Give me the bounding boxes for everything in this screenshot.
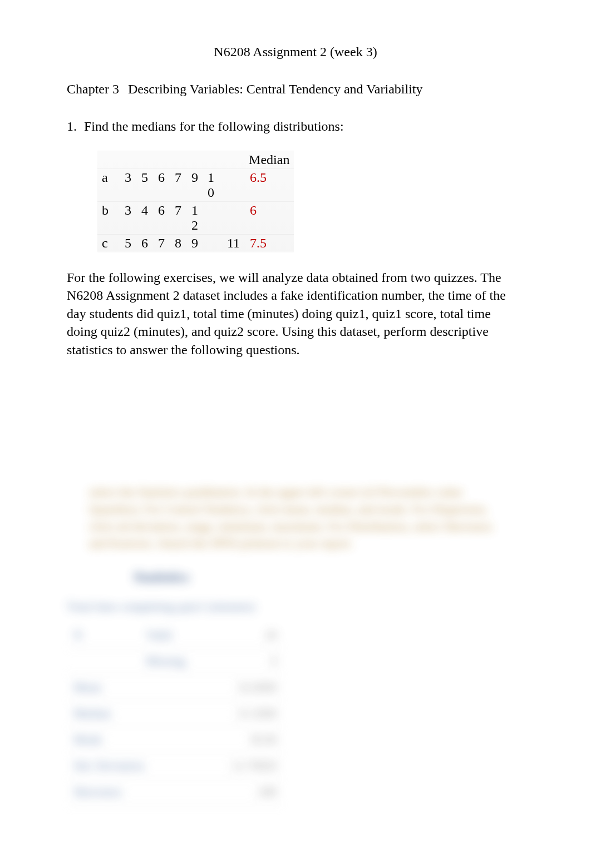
table-row: Mean 32.6000 [67, 674, 284, 701]
table-row: N Valid 20 [67, 622, 284, 648]
median-value: 7.5 [244, 235, 294, 252]
table-cell: 10 [203, 169, 223, 202]
table-cell: 5 [120, 235, 136, 252]
stat-label: Skewness [67, 779, 200, 805]
chapter-label: Chapter 3 [67, 82, 119, 97]
table-cell: 3 [120, 169, 136, 202]
table-cell: 9 [186, 235, 203, 252]
table-cell: 3 [120, 202, 136, 235]
table-cell: 6 [153, 202, 170, 235]
table-cell [203, 235, 223, 252]
median-table: Median a 3 5 6 7 9 10 6.5 b 3 4 6 7 12 6… [97, 151, 294, 252]
table-cell: 12 [186, 202, 203, 235]
stat-value: 12.70820 [200, 753, 284, 779]
table-cell [223, 169, 244, 202]
table-row: Std. Deviation 12.70820 [67, 753, 284, 779]
stat-sublabel: Valid [139, 622, 200, 648]
table-cell [203, 202, 223, 235]
stat-value: 31.5000 [200, 701, 284, 727]
stat-value: .580 [200, 779, 284, 805]
median-value: 6.5 [244, 169, 294, 202]
stat-label: N [67, 622, 139, 648]
row-label: a [97, 169, 120, 202]
table-cell: 8 [170, 235, 186, 252]
median-value: 6 [244, 202, 294, 235]
stat-value: 30.00 [200, 727, 284, 753]
table-row: a 3 5 6 7 9 10 6.5 [97, 169, 294, 202]
row-label: b [97, 202, 120, 235]
stat-label: Mean [67, 674, 200, 701]
table-row: Missing 0 [67, 648, 284, 674]
row-label: c [97, 235, 120, 252]
statistics-subtitle: Total time completing quiz1 (minutes) [67, 599, 524, 614]
table-header-row: Median [97, 151, 294, 169]
question-number: 1. [67, 119, 81, 134]
table-cell: 6 [153, 169, 170, 202]
table-cell: 9 [186, 169, 203, 202]
table-row: Median 31.5000 [67, 701, 284, 727]
table-cell: 6 [136, 235, 153, 252]
chapter-text: Describing Variables: Central Tendency a… [128, 82, 423, 96]
question-text: Find the medians for the following distr… [84, 119, 344, 133]
stat-value: 0 [200, 648, 284, 674]
table-cell [223, 202, 244, 235]
blurred-instructions: select the Statistics pushbutton. In the… [67, 484, 524, 552]
table-row: c 5 6 7 8 9 11 7.5 [97, 235, 294, 252]
question-1: 1. Find the medians for the following di… [67, 119, 524, 134]
statistics-table: N Valid 20 Missing 0 Mean 32.6000 Median… [67, 622, 284, 805]
stat-value: 32.6000 [200, 674, 284, 701]
statistics-header: Statistics [134, 569, 524, 586]
description-paragraph: For the following exercises, we will ana… [67, 269, 524, 359]
chapter-line: Chapter 3 Describing Variables: Central … [67, 82, 524, 97]
table-cell: 7 [170, 169, 186, 202]
table-row: Mode 30.00 [67, 727, 284, 753]
table-row: b 3 4 6 7 12 6 [97, 202, 294, 235]
stat-value: 20 [200, 622, 284, 648]
stat-label: Std. Deviation [67, 753, 200, 779]
stat-label [67, 648, 139, 674]
table-cell: 4 [136, 202, 153, 235]
table-cell: 7 [170, 202, 186, 235]
page-title: N6208 Assignment 2 (week 3) [67, 44, 524, 59]
table-cell: 11 [223, 235, 244, 252]
table-cell: 5 [136, 169, 153, 202]
stat-label: Mode [67, 727, 200, 753]
median-header: Median [244, 151, 294, 169]
table-cell: 7 [153, 235, 170, 252]
blurred-content: select the Statistics pushbutton. In the… [67, 484, 524, 805]
stat-sublabel: Missing [139, 648, 200, 674]
stat-label: Median [67, 701, 200, 727]
table-row: Skewness .580 [67, 779, 284, 805]
